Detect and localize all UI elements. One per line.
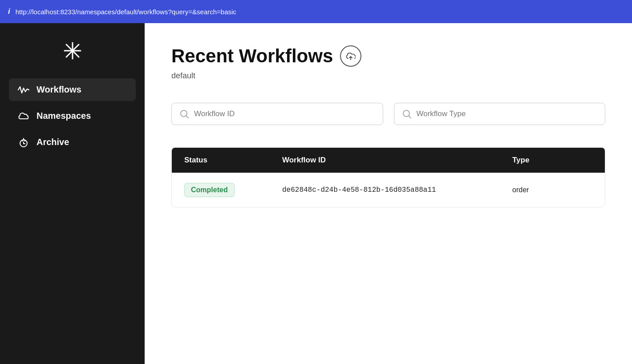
table-row[interactable]: Completed de62848c-d24b-4e58-812b-16d035… (172, 173, 605, 207)
svg-line-9 (186, 116, 188, 118)
sidebar-item-archive[interactable]: Archive (9, 131, 136, 154)
sidebar-label-workflows: Workflows (36, 85, 81, 95)
page-header: Recent Workflows (171, 45, 605, 67)
cloud-upload-button[interactable] (340, 45, 361, 67)
type-cell: order (512, 186, 592, 194)
column-header-workflow-id: Workflow ID (282, 156, 512, 165)
status-cell: Completed (184, 183, 282, 197)
workflow-type-search-wrapper (394, 103, 606, 125)
page-title: Recent Workflows (171, 45, 333, 67)
sidebar-nav: Workflows Namespaces (0, 78, 145, 154)
archive-icon (18, 138, 29, 147)
cloud-icon (18, 112, 29, 121)
waveform-icon (18, 85, 29, 94)
sidebar-label-archive: Archive (36, 137, 69, 147)
address-bar: i http://localhost:8233/namespaces/defau… (0, 0, 632, 23)
search-icon-workflow-type (402, 109, 411, 118)
sidebar-item-namespaces[interactable]: Namespaces (9, 105, 136, 127)
table-header: Status Workflow ID Type (172, 148, 605, 173)
workflow-id-cell: de62848c-d24b-4e58-812b-16d035a88a11 (282, 186, 512, 194)
main-layout: Workflows Namespaces (0, 23, 632, 364)
status-badge: Completed (184, 183, 235, 197)
workflow-id-input[interactable] (194, 109, 375, 118)
search-filters (171, 103, 605, 125)
sidebar-item-workflows[interactable]: Workflows (9, 78, 136, 101)
svg-line-11 (409, 116, 411, 118)
logo-area (0, 36, 145, 78)
workflows-table: Status Workflow ID Type Completed de6284… (171, 147, 605, 207)
column-header-type: Type (512, 156, 592, 165)
page-subtitle: default (171, 71, 605, 81)
url-text[interactable]: http://localhost:8233/namespaces/default… (16, 8, 236, 16)
column-header-status: Status (184, 156, 282, 165)
temporal-logo-icon (63, 41, 82, 61)
workflow-type-input[interactable] (417, 109, 597, 118)
sidebar: Workflows Namespaces (0, 23, 145, 364)
main-content: Recent Workflows default (145, 23, 632, 364)
info-icon: i (8, 7, 10, 16)
search-icon-workflow-id (180, 109, 189, 118)
sidebar-label-namespaces: Namespaces (36, 111, 91, 121)
workflow-id-search-wrapper (171, 103, 383, 125)
